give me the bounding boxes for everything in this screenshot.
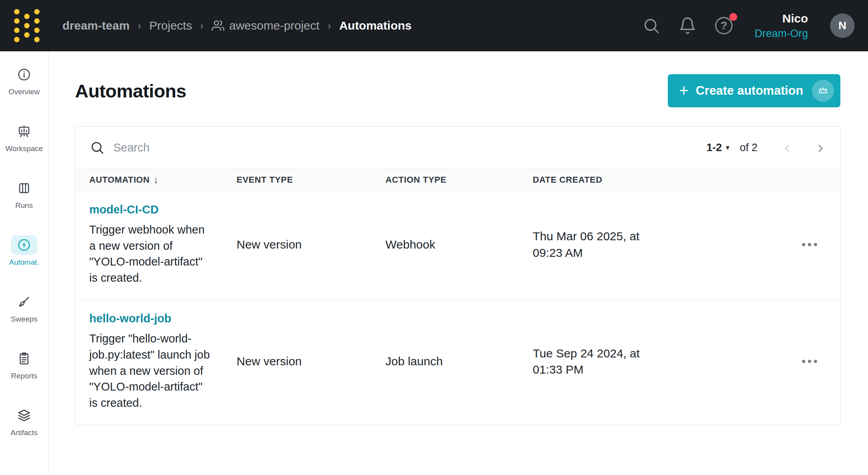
sort-desc-icon: ↓ <box>154 174 159 185</box>
breadcrumb-team[interactable]: dream-team <box>62 19 130 32</box>
sidebar-item-label: Overview <box>8 88 39 96</box>
action-type-cell: Webhook <box>385 238 533 251</box>
column-header-action-type[interactable]: ACTION TYPE <box>385 175 533 185</box>
sidebar-item-label: Artifacts <box>11 428 38 437</box>
automation-cell: hello-world-job Trigger "hello-world-job… <box>75 312 237 411</box>
breadcrumb-project[interactable]: awesome-project <box>212 19 319 32</box>
chevron-right-separator-icon: › <box>328 20 331 32</box>
sidebar-item-label: Sweeps <box>11 315 38 324</box>
bell-icon[interactable] <box>678 16 697 35</box>
search-input[interactable] <box>113 141 706 154</box>
row-overflow-menu-icon[interactable] <box>802 360 840 363</box>
avatar-initial: N <box>838 19 846 32</box>
wandb-logo-icon[interactable] <box>12 7 42 44</box>
question-mark-icon: ? <box>715 17 733 34</box>
column-header-date-created[interactable]: DATE CREATED <box>533 175 738 185</box>
sidebar-item-artifacts[interactable]: Artifacts <box>0 406 48 437</box>
sidebar-item-overview[interactable]: Overview <box>0 65 48 96</box>
table-row: hello-world-job Trigger "hello-world-job… <box>75 300 840 425</box>
sweeps-broom-icon <box>11 292 37 312</box>
table-row: model-CI-CD Trigger webhook when a new v… <box>75 191 840 300</box>
create-automation-label: Create automation <box>696 84 803 98</box>
project-sidebar: Overview Workspace Runs <box>0 51 49 475</box>
user-menu[interactable]: Nico Dream-Org <box>755 11 808 40</box>
table-header-row: AUTOMATION ↓ EVENT TYPE ACTION TYPE DATE… <box>75 168 840 191</box>
previous-page-icon[interactable]: ‹ <box>783 138 791 157</box>
event-type-cell: New version <box>237 355 385 368</box>
avatar[interactable]: N <box>830 13 855 38</box>
column-header-event-type[interactable]: EVENT TYPE <box>237 175 385 185</box>
breadcrumb-projects[interactable]: Projects <box>149 19 192 32</box>
premium-crown-icon <box>812 80 834 102</box>
automations-bolt-icon <box>11 235 37 255</box>
chevron-right-separator-icon: › <box>200 20 204 32</box>
sidebar-item-label: Runs <box>15 201 33 210</box>
sidebar-item-reports[interactable]: Reports <box>0 349 48 380</box>
reports-clipboard-icon <box>11 349 37 368</box>
event-type-cell: New version <box>237 238 385 251</box>
page-header: Automations + Create automation <box>75 74 840 107</box>
column-header-label: AUTOMATION <box>89 175 150 185</box>
date-created-cell: Tue Sep 24 2024, at 01:33 PM <box>533 345 663 378</box>
sidebar-item-sweeps[interactable]: Sweeps <box>0 292 48 324</box>
topbar-actions: ? Nico Dream-Org N <box>642 11 855 40</box>
chevron-right-separator-icon: › <box>138 20 141 32</box>
page-size-dropdown[interactable]: 1-2 ▾ <box>706 142 729 154</box>
user-name: Nico <box>755 11 808 26</box>
search-bar <box>90 140 706 155</box>
automation-cell: model-CI-CD Trigger webhook when a new v… <box>75 203 237 286</box>
breadcrumb-project-label: awesome-project <box>229 19 319 32</box>
top-navbar: dream-team › Projects › awesome-project … <box>0 0 868 51</box>
caret-down-icon: ▾ <box>726 143 729 152</box>
breadcrumb-current-page: Automations <box>339 19 411 32</box>
team-users-icon <box>212 19 224 32</box>
date-created-cell: Thu Mar 06 2025, at 09:23 AM <box>533 228 663 261</box>
breadcrumb: dream-team › Projects › awesome-project … <box>62 19 411 32</box>
pagination-range: 1-2 <box>706 142 722 154</box>
sidebar-item-label: Workspace <box>6 144 43 153</box>
pagination: 1-2 ▾ of 2 ‹ › <box>706 138 824 157</box>
search-icon <box>90 140 105 155</box>
next-page-icon[interactable]: › <box>817 138 824 157</box>
plus-icon: + <box>679 82 689 99</box>
user-org: Dream-Org <box>755 27 808 40</box>
column-header-automation[interactable]: AUTOMATION ↓ <box>75 174 237 185</box>
workspace-easel-icon <box>11 122 37 141</box>
create-automation-button[interactable]: + Create automation <box>668 74 840 107</box>
table-toolbar: 1-2 ▾ of 2 ‹ › <box>75 127 840 168</box>
help-icon[interactable]: ? <box>714 16 733 35</box>
runs-table-icon <box>11 178 37 198</box>
sidebar-item-workspace[interactable]: Workspace <box>0 122 48 153</box>
automation-name-link[interactable]: model-CI-CD <box>89 203 159 216</box>
pagination-total: of 2 <box>740 142 757 154</box>
row-overflow-menu-icon[interactable] <box>802 243 840 246</box>
automations-card: 1-2 ▾ of 2 ‹ › AUTOMATION ↓ EVENT TYPE A… <box>75 126 840 425</box>
sidebar-item-runs[interactable]: Runs <box>0 178 48 210</box>
sidebar-item-label: Reports <box>11 372 38 380</box>
automation-description: Trigger "hello-world-job.py:latest" laun… <box>89 331 212 411</box>
automation-name-link[interactable]: hello-world-job <box>89 312 171 325</box>
main-content: Automations + Create automation 1-2 <box>49 51 868 475</box>
automation-description: Trigger webhook when a new version of "Y… <box>89 222 212 286</box>
page-title: Automations <box>75 80 186 102</box>
sidebar-item-automations[interactable]: Automat. <box>0 235 48 267</box>
action-type-cell: Job launch <box>385 355 533 368</box>
sidebar-item-label: Automat. <box>9 258 39 267</box>
notification-dot <box>729 13 737 21</box>
info-icon <box>11 65 37 84</box>
search-icon[interactable] <box>642 16 661 35</box>
artifacts-layers-icon <box>11 406 37 425</box>
